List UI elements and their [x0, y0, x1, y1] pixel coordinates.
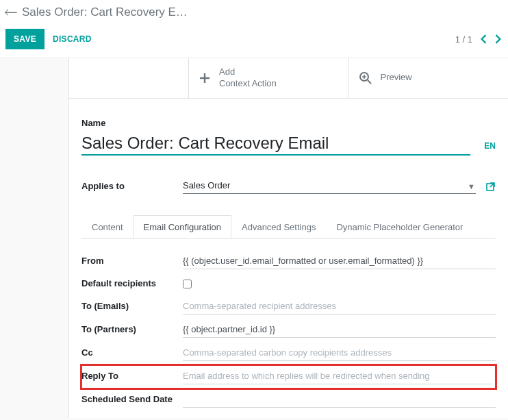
- default-recipients-label: Default recipients: [81, 278, 183, 290]
- back-arrow-icon[interactable]: 🡐: [4, 5, 18, 19]
- reply-to-row: Reply To: [81, 365, 496, 388]
- pager-prev-icon[interactable]: [479, 34, 487, 44]
- preview-button[interactable]: Preview: [349, 58, 509, 98]
- from-input[interactable]: [183, 254, 496, 269]
- zoom-icon: [359, 71, 372, 85]
- cc-row: Cc: [81, 342, 496, 365]
- to-partners-input[interactable]: [183, 323, 496, 338]
- external-link-icon[interactable]: [486, 182, 496, 191]
- actions-row: Add Context Action Preview: [69, 58, 508, 99]
- to-partners-label: To (Partners): [81, 324, 183, 336]
- name-input[interactable]: [81, 132, 470, 156]
- from-label: From: [81, 256, 183, 267]
- to-emails-label: To (Emails): [81, 301, 183, 312]
- tab-content[interactable]: Content: [81, 215, 134, 239]
- name-label: Name: [81, 118, 496, 128]
- pager-next-icon[interactable]: [494, 34, 503, 44]
- pager: 1 / 1: [455, 34, 503, 45]
- tab-email-configuration[interactable]: Email Configuration: [134, 215, 231, 239]
- cc-label: Cc: [81, 347, 183, 359]
- plus-icon: [199, 72, 211, 84]
- preview-label: Preview: [381, 72, 412, 84]
- cc-input[interactable]: [183, 346, 496, 361]
- default-recipients-row: Default recipients: [81, 273, 496, 295]
- pager-text: 1 / 1: [455, 34, 472, 45]
- from-row: From: [81, 250, 496, 273]
- applies-to-row: Applies to ▼: [81, 179, 496, 194]
- scheduled-date-row: Scheduled Send Date: [81, 388, 496, 412]
- save-button[interactable]: SAVE: [5, 29, 45, 49]
- discard-button[interactable]: DISCARD: [45, 29, 100, 49]
- config-fields: From Default recipients To (Emails) To (…: [81, 239, 496, 412]
- toolbar: SAVE DISCARD 1 / 1: [0, 25, 508, 58]
- to-emails-row: To (Emails): [81, 295, 496, 319]
- add-context-label: Add Context Action: [219, 66, 277, 90]
- reply-to-input[interactable]: [183, 369, 492, 384]
- scheduled-date-input[interactable]: [183, 393, 496, 408]
- name-input-wrap: EN: [81, 132, 496, 156]
- to-emails-input[interactable]: [183, 299, 496, 314]
- breadcrumb: 🡐 Sales Order: Cart Recovery E…: [0, 0, 508, 25]
- actions-spacer: [69, 58, 189, 98]
- main-panel: Add Context Action Preview Name EN Appli…: [68, 58, 508, 418]
- scheduled-date-label: Scheduled Send Date: [81, 394, 183, 406]
- lang-badge[interactable]: EN: [484, 141, 496, 155]
- breadcrumb-title: Sales Order: Cart Recovery E…: [22, 5, 188, 19]
- applies-to-label: Applies to: [81, 181, 183, 191]
- to-partners-row: To (Partners): [81, 319, 496, 342]
- tab-advanced-settings[interactable]: Advanced Settings: [231, 215, 326, 239]
- form-body: Name EN Applies to ▼ Content Email Confi: [69, 99, 508, 419]
- add-context-action-button[interactable]: Add Context Action: [189, 58, 349, 98]
- reply-to-label: Reply To: [81, 371, 183, 382]
- applies-to-input[interactable]: [183, 179, 476, 194]
- tabs: Content Email Configuration Advanced Set…: [81, 214, 496, 239]
- tab-dynamic-placeholder[interactable]: Dynamic Placeholder Generator: [326, 215, 473, 239]
- default-recipients-checkbox[interactable]: [183, 280, 192, 288]
